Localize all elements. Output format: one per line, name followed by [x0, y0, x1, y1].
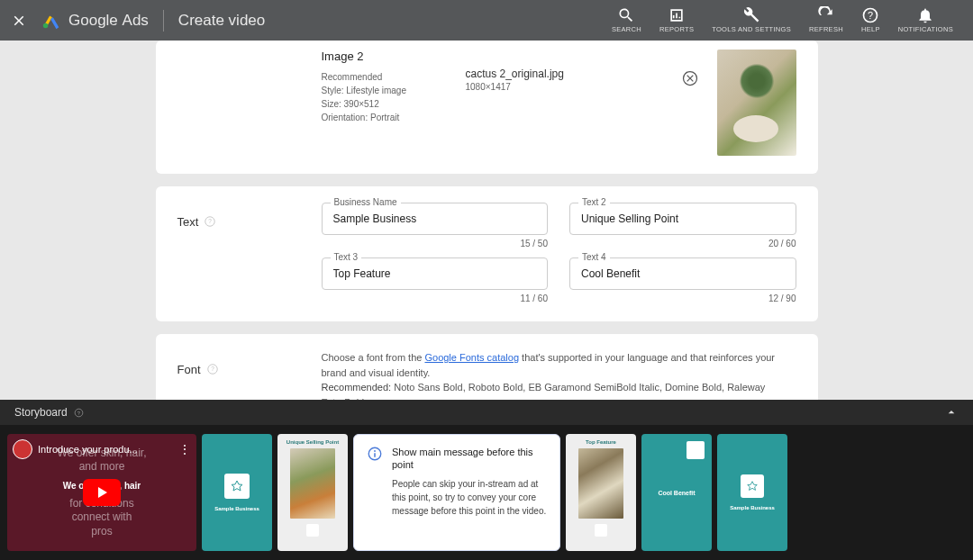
search-icon — [617, 6, 635, 24]
text2-input[interactable] — [569, 203, 796, 235]
help-icon: ? — [861, 6, 879, 24]
chart-icon — [668, 6, 686, 24]
svg-text:?: ? — [868, 11, 873, 22]
storyboard-frame-video[interactable]: Introduce your produ... ⋮ We offer skin,… — [7, 434, 196, 551]
end-logo-icon — [741, 474, 764, 498]
svg-rect-12 — [374, 453, 376, 457]
storyboard-panel: Storyboard ? Introduce your produ... ⋮ W… — [0, 400, 973, 560]
storyboard-skip-message: Show main message before this point Peop… — [353, 434, 560, 551]
storyboard-frame-feature[interactable]: Top Feature — [566, 434, 636, 551]
image2-title: Image 2 — [322, 50, 466, 63]
skip-message-body: People can skip your in-stream ad at thi… — [392, 477, 547, 518]
help-icon[interactable]: ? — [73, 407, 85, 419]
wrench-icon — [742, 6, 760, 24]
divider — [163, 10, 164, 32]
nav-notifications[interactable]: NOTIFICATIONS — [889, 6, 962, 33]
nav-reports[interactable]: REPORTS — [650, 6, 703, 33]
storyboard-frame-end[interactable]: Sample Business — [717, 434, 787, 551]
google-fonts-link[interactable]: Google Fonts catalog — [424, 352, 519, 363]
google-ads-logo-icon — [41, 11, 61, 31]
page-title: Create video — [178, 12, 265, 30]
close-icon[interactable] — [11, 13, 27, 29]
image2-thumbnail[interactable] — [717, 50, 796, 156]
nav-search[interactable]: SEARCH — [603, 6, 650, 33]
svg-point-11 — [374, 450, 376, 452]
brand-label: Google Ads — [68, 12, 149, 30]
video-title: Introduce your produ... — [38, 444, 173, 455]
storyboard-header[interactable]: Storyboard ? — [0, 400, 973, 425]
feature-logo-icon — [595, 524, 607, 537]
text-card: Text ? Business Name 15 / 50 Text 2 20 /… — [156, 186, 818, 321]
play-button[interactable] — [83, 479, 121, 506]
text4-input[interactable] — [569, 257, 796, 290]
usp-image — [290, 448, 335, 519]
business-name-field: Business Name 15 / 50 — [322, 203, 549, 248]
text3-counter: 11 / 60 — [322, 294, 549, 303]
text4-field: Text 4 12 / 90 — [569, 257, 796, 303]
usp-logo-icon — [306, 524, 319, 537]
storyboard-frame-usp[interactable]: Unique Selling Point — [277, 434, 348, 551]
text2-field: Text 2 20 / 60 — [569, 203, 796, 248]
info-icon — [367, 446, 383, 462]
refresh-icon — [817, 6, 835, 24]
image2-card: Image 2 Recommended Style: Lifestyle ima… — [156, 41, 818, 174]
nav-tools[interactable]: TOOLS AND SETTINGS — [703, 6, 800, 33]
text-section-label: Text ? — [177, 203, 322, 303]
nav-refresh[interactable]: REFRESH — [800, 6, 852, 33]
image2-filename: cactus 2_original.jpg — [466, 68, 681, 80]
more-icon[interactable]: ⋮ — [178, 442, 191, 456]
svg-point-0 — [43, 23, 49, 28]
text2-counter: 20 / 60 — [569, 239, 796, 248]
text3-input[interactable] — [322, 257, 549, 290]
top-bar: Google Ads Create video SEARCH REPORTS T… — [0, 0, 973, 41]
business-name-input[interactable] — [322, 203, 549, 235]
close-circle-icon — [681, 69, 699, 87]
remove-image-button[interactable] — [681, 69, 699, 87]
nav-help[interactable]: ? HELP — [852, 6, 889, 33]
help-icon[interactable]: ? — [204, 215, 216, 228]
business-name-counter: 15 / 50 — [322, 239, 549, 248]
svg-text:?: ? — [77, 410, 81, 415]
svg-text:?: ? — [211, 366, 214, 372]
business-logo-icon — [224, 474, 250, 499]
channel-avatar-icon — [13, 439, 32, 459]
svg-text:?: ? — [209, 218, 213, 224]
text4-counter: 12 / 90 — [569, 294, 796, 303]
text3-field: Text 3 11 / 60 — [322, 257, 549, 303]
storyboard-frame-benefit[interactable]: Cool Benefit — [641, 434, 712, 551]
image2-dimensions: 1080×1417 — [466, 82, 681, 92]
help-icon[interactable]: ? — [206, 363, 219, 375]
feature-image — [578, 448, 623, 519]
storyboard-label: Storyboard — [14, 406, 68, 419]
image2-meta: Recommended Style: Lifestyle image Size:… — [322, 70, 466, 124]
storyboard-frames: Introduce your produ... ⋮ We offer skin,… — [0, 425, 973, 560]
bell-icon — [916, 6, 934, 24]
storyboard-frame-logo[interactable]: Sample Business — [202, 434, 272, 551]
benefit-logo-icon — [687, 441, 705, 459]
skip-message-title: Show main message before this point — [392, 446, 547, 472]
chevron-up-icon[interactable] — [944, 405, 959, 420]
